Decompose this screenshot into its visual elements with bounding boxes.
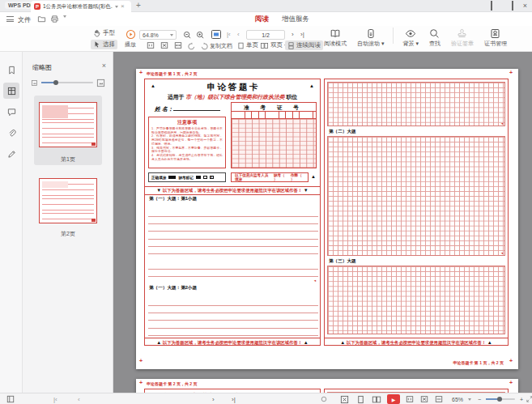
fullscreen-corner-icon[interactable]: [526, 394, 532, 404]
bookmarks-panel-button[interactable]: [3, 62, 19, 78]
word-count-marker: ◄: [500, 121, 504, 125]
answer-lines-2: [148, 291, 318, 336]
page-1-thumbnail[interactable]: [39, 102, 97, 147]
maximize-button[interactable]: [512, 2, 513, 10]
continuous-reading-button[interactable]: 连续阅读: [285, 40, 323, 50]
zoom-out-button-status[interactable]: −: [478, 394, 481, 404]
page-number-input[interactable]: [246, 30, 285, 40]
verify-signature-button[interactable]: 验证签章: [449, 28, 475, 49]
status-zoom-value[interactable]: 65%: [452, 394, 463, 404]
answer-area-notice-top: ▼ 以下为答题区域，请考生务必按照申论要求使用规范汉字在该区域作答！ ▼: [145, 186, 320, 195]
eye-protect-icon: [321, 396, 327, 402]
thumbnails-panel-button[interactable]: [3, 83, 19, 99]
hand-tool-button[interactable]: 手型: [91, 28, 117, 38]
last-page-button-status[interactable]: ›|: [232, 394, 236, 404]
last-page-button[interactable]: ›|: [300, 31, 304, 38]
signature-panel-button[interactable]: [3, 146, 19, 162]
eye-protect-button[interactable]: [321, 394, 327, 404]
zoom-in-button-status[interactable]: +: [520, 394, 523, 404]
double-page-icon-status: [372, 395, 381, 404]
answer-grid-2: [327, 136, 505, 256]
slider-track[interactable]: [41, 82, 93, 83]
rotate-left-icon[interactable]: [187, 41, 196, 50]
hamburger-menu-icon[interactable]: [6, 16, 14, 22]
toggle-panel-button[interactable]: [6, 394, 15, 404]
close-button[interactable]: ×: [523, 2, 527, 10]
tab-close-icon[interactable]: ×: [121, 3, 125, 10]
registration-mark: +: [139, 381, 143, 385]
zoom-value: 64.8%: [143, 32, 159, 38]
zoom-chevron-status[interactable]: [468, 394, 471, 404]
certificate-manage-button[interactable]: 证书管理: [483, 28, 509, 49]
sheet-title: 申 论 答 题 卡: [145, 82, 320, 93]
tab-chevron-down-icon[interactable]: [115, 6, 118, 8]
zoom-out-button[interactable]: [183, 31, 192, 40]
next-page-button[interactable]: ›: [292, 31, 294, 38]
fit-page-icon-status: [420, 395, 428, 403]
single-page-button-status[interactable]: [356, 394, 365, 404]
statusbar: |‹ ‹ › ›| ▶ 65% − +: [0, 393, 532, 404]
small-thumb-icon: [31, 79, 38, 87]
play-slideshow-button[interactable]: 播放: [123, 28, 138, 49]
new-tab-button[interactable]: +: [136, 2, 141, 10]
double-page-button-status[interactable]: [372, 394, 381, 404]
menu-row: 文件 阅读 增值服务: [0, 12, 532, 26]
zoom-level-select[interactable]: 64.8%: [139, 30, 177, 40]
single-page-icon: [237, 42, 245, 49]
actual-size-icon-status: [406, 395, 414, 403]
slider-handle[interactable]: [53, 80, 58, 85]
page1-right-column: ◄ 第（二）大题 ◄ 第（三）大题 ▲ 以下为答题区域，请考生务必按照申论要求使…: [324, 79, 509, 346]
next-page-button-status[interactable]: ›: [212, 394, 215, 404]
titlebar: WPS PDF P 1公务员申论标准答题纸(彩色... × + ×: [0, 0, 532, 12]
fit-page-icon[interactable]: [160, 41, 168, 49]
panel-close-icon[interactable]: ×: [102, 62, 106, 70]
registration-mark: +: [509, 381, 513, 385]
fit-width-icon[interactable]: [174, 41, 182, 49]
document-viewer[interactable]: + + + + 申论答题卡 第 1 页，共 2 页 申论答题卡 第 1 页，共 …: [113, 52, 532, 393]
fit-window-button-status[interactable]: [340, 394, 349, 404]
background-button[interactable]: 背景 ▾: [401, 28, 419, 49]
auto-scroll-button[interactable]: 自动滚动 ▾: [355, 28, 385, 49]
prev-page-button-status[interactable]: ‹: [78, 394, 80, 404]
thumbnail-size-slider[interactable]: [31, 78, 105, 87]
rotate-right-icon[interactable]: [200, 41, 209, 50]
pen-icon: [7, 150, 16, 159]
word-count-marker: ◄: [313, 279, 317, 283]
fit-width-button-status[interactable]: [435, 394, 443, 404]
page-1-caption: 第1页: [34, 155, 102, 164]
copy-document-button[interactable]: 复制文档: [210, 42, 232, 50]
print-icon[interactable]: [50, 15, 59, 23]
exam-number-write-cells: [232, 112, 316, 119]
file-menu[interactable]: 文件: [18, 15, 31, 24]
attachments-panel-button[interactable]: [3, 125, 19, 141]
select-tool-button[interactable]: 选择: [91, 40, 117, 49]
answer-lines-1: [148, 202, 318, 283]
document-tab[interactable]: P 1公务员申论标准答题纸(彩色... ×: [31, 1, 131, 12]
open-folder-icon[interactable]: [37, 15, 46, 23]
actual-size-icon[interactable]: [147, 41, 155, 49]
comments-panel-button[interactable]: [3, 104, 19, 120]
zoom-slider-status[interactable]: [486, 394, 515, 404]
fit-window-button[interactable]: [211, 29, 222, 40]
answer-grid-1: [327, 82, 505, 126]
word-count-marker: ◄: [500, 251, 504, 255]
tab-title: 1公务员申论标准答题纸(彩色...: [43, 3, 113, 11]
search-icon: [429, 28, 440, 39]
cursor-icon: [93, 40, 101, 49]
fit-page-button-status[interactable]: [420, 394, 428, 404]
actual-size-button-status[interactable]: [406, 394, 414, 404]
answer-grid-3: [327, 266, 505, 334]
first-page-button[interactable]: |‹: [227, 31, 231, 38]
certificate-icon: [490, 28, 500, 39]
play-button-status[interactable]: ▶: [387, 394, 400, 404]
read-mode-button[interactable]: 阅读模式: [322, 28, 348, 49]
question-3-label: 第（三）大题: [329, 258, 356, 265]
layout-mode-icon[interactable]: [491, 2, 492, 10]
zoom-in-button[interactable]: [196, 31, 205, 40]
large-thumb-icon: [96, 79, 105, 87]
first-page-button-status[interactable]: |‹: [53, 394, 57, 404]
zoom-slider-handle[interactable]: [497, 397, 502, 402]
prev-page-button[interactable]: ‹: [237, 31, 240, 38]
page-2-thumbnail[interactable]: [39, 178, 97, 223]
find-button[interactable]: 查找: [428, 28, 442, 49]
